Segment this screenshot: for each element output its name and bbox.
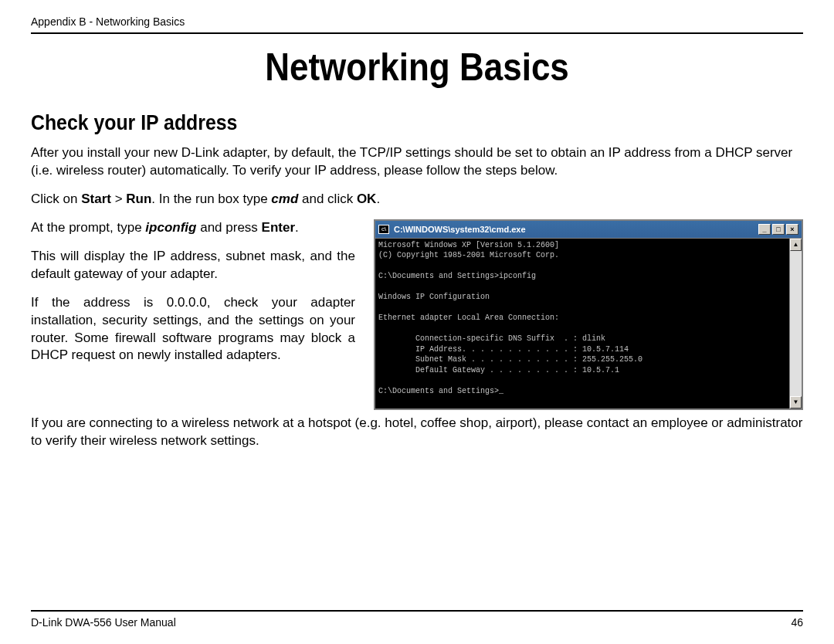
text: and press — [196, 220, 261, 235]
scroll-up-button[interactable]: ▲ — [790, 239, 802, 251]
page-title: Networking Basics — [77, 45, 757, 90]
bold-italic: cmd — [271, 192, 298, 206]
cmd-window: c\ C:\WINDOWS\system32\cmd.exe _ □ × Mic… — [374, 219, 803, 410]
footer: D-Link DWA-556 User Manual 46 — [31, 610, 803, 629]
text: and click — [298, 192, 357, 206]
bold: Run — [126, 192, 151, 206]
text: . — [295, 220, 299, 235]
scrollbar[interactable]: ▲ ▼ — [789, 239, 802, 408]
cmd-titlebar: c\ C:\WINDOWS\system32\cmd.exe _ □ × — [375, 221, 802, 238]
footer-rule — [31, 610, 803, 612]
cmd-icon: c\ — [378, 225, 389, 234]
text: Click on — [31, 192, 81, 206]
intro-paragraph: After you install your new D-Link adapte… — [31, 144, 803, 180]
maximize-button[interactable]: □ — [772, 224, 785, 235]
cmd-output: Microsoft Windows XP [Version 5.1.2600] … — [375, 239, 789, 408]
minimize-button[interactable]: _ — [758, 224, 771, 235]
step-1: Click on Start > Run. In the run box typ… — [31, 191, 803, 208]
header-rule — [31, 32, 803, 34]
bold: Start — [81, 192, 111, 206]
section-subtitle: Check your IP address — [31, 111, 741, 135]
cmd-title: C:\WINDOWS\system32\cmd.exe — [394, 225, 758, 234]
footer-manual: D-Link DWA-556 User Manual — [31, 616, 176, 629]
scroll-down-button[interactable]: ▼ — [790, 396, 802, 408]
paragraph-4: If the address is 0.0.0.0, check your ad… — [31, 294, 355, 365]
paragraph-5: If you are connecting to a wireless netw… — [31, 415, 803, 450]
text: At the prompt, type — [31, 220, 145, 235]
paragraph-3: This will display the IP address, subnet… — [31, 248, 355, 283]
bold: OK — [357, 192, 377, 206]
step-2: At the prompt, type ipconfig and press E… — [31, 219, 355, 237]
bold: Enter — [262, 220, 295, 235]
bold-italic: ipconfig — [145, 220, 196, 235]
close-button[interactable]: × — [786, 224, 798, 235]
footer-page: 46 — [791, 616, 803, 629]
text: . In the run box type — [151, 192, 271, 206]
scroll-track[interactable] — [790, 251, 802, 396]
text: > — [111, 192, 126, 206]
header-breadcrumb: Appendix B - Networking Basics — [31, 15, 803, 28]
text: . — [376, 192, 380, 206]
